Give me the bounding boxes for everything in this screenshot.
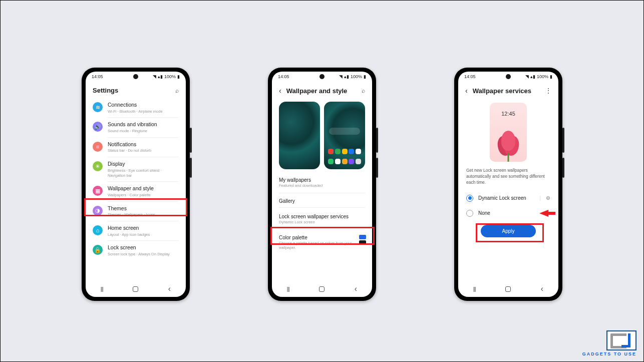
power-button [562,158,564,178]
search-icon[interactable]: ⌕ [362,87,365,94]
settings-item-icon: 🔊 [93,122,103,132]
preview-clock: 12:45 [490,103,527,117]
status-right: ◥ ▴▮ 100% ▮ [339,74,366,79]
settings-item-themes[interactable]: ◑ThemesThemes · Wallpapers · Icons [86,202,186,221]
settings-item-text: ThemesThemes · Wallpapers · Icons [108,205,179,217]
menu-color-palette-row[interactable]: Color palette Choose a palette based on … [272,232,372,253]
settings-item-icon: ▦ [93,186,103,196]
settings-item-sub: Themes · Wallpapers · Icons [108,212,179,217]
settings-item-sub: Wi-Fi · Bluetooth · Airplane mode [108,109,179,114]
settings-item-sub: Status bar · Do not disturb [108,148,179,153]
nav-home-icon[interactable] [133,286,138,292]
arrow-annotation [539,210,548,217]
app-icon [356,159,361,164]
battery-icon: ▮ [550,74,552,79]
settings-item-title: Connections [108,102,179,109]
divider [279,229,365,230]
settings-item-text: Sounds and vibrationSound mode · Rington… [108,121,179,133]
widget-bar [329,128,360,135]
nav-back-icon[interactable] [168,284,171,293]
settings-item-title: Display [108,161,179,168]
nav-bar [272,281,372,297]
settings-item-wallpaper-and-style[interactable]: ▦Wallpaper and styleWallpapers · Color p… [86,182,186,201]
search-icon[interactable]: ⌕ [175,87,179,94]
divider [279,207,365,208]
nav-home-icon[interactable] [319,286,325,292]
watermark: GADGETS TO USE [582,330,636,356]
app-icon [356,149,361,154]
back-icon[interactable]: ‹ [465,87,468,95]
apply-button[interactable]: Apply [481,225,536,237]
option-none[interactable]: None [458,206,558,221]
settings-item-text: Wallpaper and styleWallpapers · Color pa… [108,185,179,197]
nav-recent-icon[interactable] [473,285,476,292]
screen-2: 14:05 ◥ ▴▮ 100% ▮ ‹ Wallpaper and style … [272,72,372,297]
settings-item-icon: 🔒 [93,245,103,255]
lockscreen-preview[interactable] [279,102,320,169]
phone-settings: 14:05 ◥ ▴▮ 100% ▮ Settings ⌕ ≋Connection… [82,68,190,301]
settings-item-lock-screen[interactable]: 🔒Lock screenScreen lock type · Always On… [86,241,186,260]
status-right: ◥ ▴▮ 100% ▮ [153,74,180,79]
settings-item-sub: Layout · App icon badges [108,232,179,237]
battery-text: 100% [351,74,362,79]
app-icon [335,149,341,154]
battery-icon: ▮ [177,74,180,79]
power-button [376,158,378,178]
header: ‹ Wallpaper and style ⌕ [272,82,372,99]
settings-item-text: NotificationsStatus bar · Do not disturb [108,141,179,153]
settings-item-display[interactable]: ☀DisplayBrightness · Eye comfort shield … [86,157,186,181]
settings-item-text: Lock screenScreen lock type · Always On … [108,244,179,256]
nav-bar [458,281,558,297]
nav-recent-icon[interactable] [287,285,289,292]
palette-swatches [359,235,366,245]
more-icon[interactable]: ⋮ [545,87,551,94]
settings-item-home-screen[interactable]: ⌂Home screenLayout · App icon badges [86,221,186,240]
status-time: 14:05 [92,74,103,79]
nav-back-icon[interactable] [355,284,357,293]
status-bar: 14:05 ◥ ▴▮ 100% ▮ [458,72,558,82]
settings-item-notifications[interactable]: ≡NotificationsStatus bar · Do not distur… [86,138,186,157]
settings-item-title: Wallpaper and style [108,185,179,192]
back-icon[interactable]: ‹ [279,87,281,95]
phones-row: 14:05 ◥ ▴▮ 100% ▮ Settings ⌕ ≋Connection… [1,1,643,301]
settings-item-sounds-and-vibration[interactable]: 🔊Sounds and vibrationSound mode · Ringto… [86,118,186,137]
settings-item-title: Themes [108,205,179,212]
nav-back-icon[interactable] [541,284,543,293]
nav-recent-icon[interactable] [101,285,103,292]
color-swatch [359,235,366,239]
menu-my-wallpapers[interactable]: My wallpapers [272,174,372,183]
app-icon [342,159,348,164]
power-button [190,158,192,178]
flower-graphic [496,127,521,162]
app-icon [328,159,334,164]
settings-item-title: Sounds and vibration [108,121,179,128]
app-row [328,149,361,154]
app-icon [335,159,341,164]
screen-3: 14:05 ◥ ▴▮ 100% ▮ ‹ Wallpaper services ⋮… [458,72,558,297]
menu-gallery[interactable]: Gallery [272,195,372,204]
menu-my-wallpapers-sub: Featured and downloaded [272,183,372,191]
phone-wallpaper-services: 14:05 ◥ ▴▮ 100% ▮ ‹ Wallpaper services ⋮… [454,68,562,301]
wifi-icon: ◥ [525,74,529,79]
settings-item-sub: Brightness · Eye comfort shield · Naviga… [108,168,179,178]
page-title: Wallpaper and style [286,87,357,95]
battery-text: 100% [537,74,548,79]
nav-home-icon[interactable] [505,286,511,292]
homescreen-preview[interactable] [324,102,365,169]
volume-button [376,128,378,153]
settings-item-sub: Screen lock type · Always On Display [108,252,179,257]
menu-lock-services-sub: Dynamic Lock screen [272,220,372,227]
volume-button [190,128,192,153]
volume-button [562,128,564,153]
settings-item-text: DisplayBrightness · Eye comfort shield ·… [108,161,179,178]
page-title: Settings [93,87,170,94]
option-dynamic-lock[interactable]: Dynamic Lock screen | ⚙ [458,191,558,206]
screen-1: 14:05 ◥ ▴▮ 100% ▮ Settings ⌕ ≋Connection… [86,72,186,297]
menu-lock-services[interactable]: Lock screen wallpaper services [272,211,372,220]
settings-list[interactable]: ≋ConnectionsWi-Fi · Bluetooth · Airplane… [86,98,186,281]
gear-icon[interactable]: ⚙ [546,195,550,201]
status-time: 14:05 [278,74,289,79]
separator: | [539,195,541,201]
settings-item-title: Lock screen [108,244,179,251]
settings-item-connections[interactable]: ≋ConnectionsWi-Fi · Bluetooth · Airplane… [86,98,186,117]
